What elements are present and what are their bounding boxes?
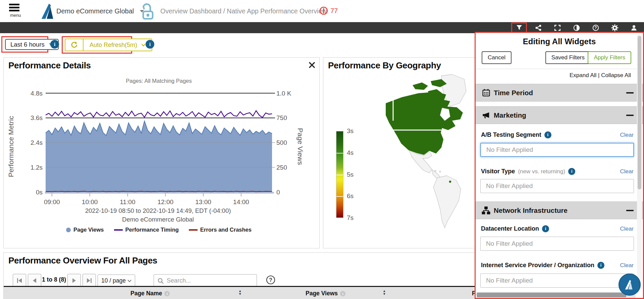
- pages-table-panel: Performance Overview For All Pages 1 to …: [3, 252, 478, 299]
- legend-label: Page Views: [73, 227, 104, 233]
- field-datacenter-location: Datacenter Location i Clear: [481, 225, 634, 232]
- column-header-page-name[interactable]: Page Name i: [130, 290, 170, 297]
- page-size-select[interactable]: 10 / page: [98, 275, 135, 287]
- scale-separator: [336, 175, 343, 175]
- scale-separator: [336, 196, 343, 197]
- scrollbar-thumb[interactable]: [477, 293, 626, 297]
- collapse-minus-icon[interactable]: [626, 92, 634, 94]
- visitor-type-input[interactable]: [480, 179, 634, 193]
- pagination-range: 1 to 8 (8): [41, 276, 67, 283]
- unlocked-padlock-icon[interactable]: [140, 3, 155, 21]
- americas-map[interactable]: [362, 74, 476, 232]
- collapse-minus-icon[interactable]: [626, 115, 634, 116]
- help-icon[interactable]: ?: [590, 23, 601, 33]
- x-tick-label: 10:00: [82, 198, 98, 205]
- right-tick-label: 500: [276, 139, 287, 146]
- expand-all-link[interactable]: Expand All: [570, 72, 596, 78]
- time-range-info-icon[interactable]: i: [50, 40, 59, 49]
- vertical-scrollbar[interactable]: [637, 35, 642, 289]
- scale-tick-label: 4s: [347, 149, 354, 157]
- org-selector[interactable]: Demo eCommerce Global: [56, 0, 144, 22]
- collapse-minus-icon[interactable]: [626, 210, 634, 211]
- clear-link[interactable]: Clear: [620, 168, 634, 175]
- section-title: Time Period: [494, 89, 533, 97]
- left-tick-label: 1.2s: [31, 164, 43, 171]
- column-label: Page Name: [130, 290, 162, 297]
- prev-page-button[interactable]: [28, 274, 41, 287]
- hamburger-bar: [9, 4, 19, 5]
- page-size-label: 10 / page: [101, 277, 126, 284]
- ab-testing-segment-input[interactable]: [480, 143, 634, 157]
- megaphone-icon: [481, 111, 491, 120]
- legend-circle-marker: [66, 228, 71, 232]
- saved-filters-button[interactable]: Saved Filters: [545, 51, 591, 64]
- search-input[interactable]: [167, 277, 253, 284]
- sort-control[interactable]: ▲▼: [383, 289, 386, 295]
- x-tick-label: 13:00: [195, 198, 211, 205]
- section-network-infrastructure[interactable]: Network Infrastructure: [476, 201, 643, 219]
- field-info-icon[interactable]: i: [544, 131, 551, 138]
- app-logo-icon: [40, 2, 58, 21]
- section-time-period[interactable]: Time Period: [476, 84, 643, 102]
- field-info-icon[interactable]: i: [542, 225, 549, 232]
- sort-control[interactable]: ▲▼: [238, 289, 241, 295]
- datacenter-location-input[interactable]: [480, 237, 634, 251]
- first-page-button[interactable]: [13, 274, 26, 287]
- field-label: Datacenter Location: [481, 225, 539, 232]
- expand-collapse-links: Expand All | Collapse All: [570, 72, 631, 79]
- legend-item[interactable]: Page Views: [66, 227, 104, 233]
- column-header-page-views[interactable]: Page Views i: [306, 290, 345, 297]
- cancel-button[interactable]: Cancel: [482, 51, 512, 64]
- chevron-down-icon: [127, 280, 131, 282]
- section-marketing[interactable]: Marketing: [476, 106, 643, 124]
- field-info-icon[interactable]: i: [568, 168, 575, 175]
- x-tick-label: 09:00: [44, 198, 60, 205]
- error-count-badge[interactable]: 77: [319, 6, 338, 15]
- clear-link[interactable]: Clear: [620, 132, 634, 138]
- hamburger-menu-button[interactable]: menu: [9, 4, 21, 18]
- error-count: 77: [330, 7, 338, 15]
- next-page-button[interactable]: [67, 274, 81, 287]
- brand-floating-button[interactable]: [619, 274, 641, 296]
- auto-refresh-dropdown[interactable]: Auto Refresh(5m): [84, 39, 152, 51]
- chart-caption-source: Demo eCommerce Global: [10, 216, 306, 223]
- column-label: Page Views: [306, 290, 338, 297]
- legend-item[interactable]: Performance Timing: [114, 227, 179, 233]
- apply-filters-button[interactable]: Apply Filters: [588, 51, 631, 64]
- right-tick-label: 250: [276, 164, 287, 171]
- clear-link[interactable]: Clear: [620, 262, 634, 269]
- gear-icon[interactable]: [609, 23, 621, 33]
- last-page-button[interactable]: [83, 274, 96, 287]
- table-header-row: Page Name i ▲▼ Page Views i ▲▼ P: [4, 286, 477, 299]
- top-header: menu Demo eCommerce Global Overview Dash…: [0, 0, 644, 22]
- scrollbar-thumb[interactable]: [638, 36, 641, 189]
- x-tick-label: 14:00: [233, 198, 249, 205]
- search-icon: [157, 278, 164, 284]
- x-tick-label: 12:00: [157, 198, 173, 205]
- isp-organization-input[interactable]: [480, 274, 634, 288]
- field-label: Visitor Type: [481, 168, 515, 175]
- hamburger-bar: [9, 10, 19, 11]
- refresh-icon[interactable]: [65, 39, 84, 51]
- left-tick-label: 2.4s: [31, 139, 43, 146]
- user-icon[interactable]: [628, 23, 640, 33]
- column-info-icon[interactable]: i: [164, 291, 170, 296]
- collapse-all-link[interactable]: Collapse All: [601, 72, 631, 78]
- clear-link[interactable]: Clear: [620, 226, 634, 232]
- filter-panel-title: Editing All Widgets: [476, 37, 643, 46]
- horizontal-scrollbar[interactable]: [477, 292, 636, 298]
- share-icon[interactable]: [533, 23, 544, 33]
- right-tick-label: 750: [276, 114, 287, 121]
- filter-icon[interactable]: [514, 23, 525, 33]
- app-root: menu Demo eCommerce Global Overview Dash…: [0, 0, 644, 299]
- field-info-icon[interactable]: i: [597, 262, 604, 269]
- contrast-icon[interactable]: [571, 23, 582, 33]
- table-help-icon[interactable]: ?: [266, 275, 276, 286]
- org-name: Demo eCommerce Global: [56, 7, 134, 15]
- field-sublabel: (new vs. returning): [518, 168, 565, 175]
- legend-item[interactable]: Errors and Crashes: [189, 227, 252, 233]
- column-info-icon[interactable]: i: [340, 291, 345, 296]
- panel-title: Performance Overview For All Pages: [8, 255, 157, 266]
- fullscreen-icon[interactable]: [552, 23, 563, 33]
- auto-refresh-info-icon[interactable]: i: [146, 40, 154, 49]
